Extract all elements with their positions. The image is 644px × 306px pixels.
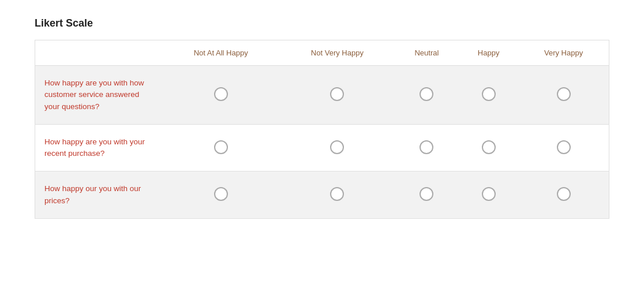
radio-not-very-happy-row0[interactable] — [330, 87, 344, 101]
question-cell-0: How happy are you with how customer serv… — [35, 66, 162, 125]
table-row: How happy are you with how customer serv… — [35, 66, 609, 125]
radio-cell-row2-not-very-happy — [280, 171, 395, 219]
radio-neutral-row1[interactable] — [420, 140, 433, 154]
radio-cell-row1-neutral — [395, 124, 459, 171]
radio-neutral-row2[interactable] — [420, 187, 433, 201]
col-not-very-happy-header: Not Very Happy — [280, 40, 395, 66]
radio-happy-row0[interactable] — [482, 87, 496, 101]
radio-very-happy-row1[interactable] — [557, 140, 571, 154]
radio-cell-row2-not-at-all-happy — [162, 171, 280, 219]
radio-cell-row1-happy — [459, 124, 518, 171]
page-title: Likert Scale — [35, 17, 609, 29]
radio-cell-row2-very-happy — [518, 171, 609, 219]
radio-cell-row2-neutral — [395, 171, 459, 219]
radio-cell-row1-not-at-all-happy — [162, 124, 280, 171]
radio-not-at-all-happy-row2[interactable] — [214, 187, 228, 201]
col-happy-header: Happy — [459, 40, 518, 66]
radio-neutral-row0[interactable] — [420, 87, 433, 101]
radio-cell-row0-very-happy — [518, 66, 609, 125]
radio-cell-row0-not-very-happy — [280, 66, 395, 125]
radio-cell-row0-neutral — [395, 66, 459, 125]
table-row: How happy our you with our prices? — [35, 171, 609, 219]
radio-not-at-all-happy-row1[interactable] — [214, 140, 228, 154]
question-cell-2: How happy our you with our prices? — [35, 171, 162, 219]
radio-cell-row1-very-happy — [518, 124, 609, 171]
col-neutral-header: Neutral — [395, 40, 459, 66]
radio-not-very-happy-row2[interactable] — [330, 187, 344, 201]
radio-cell-row0-not-at-all-happy — [162, 66, 280, 125]
radio-happy-row2[interactable] — [482, 187, 496, 201]
likert-scale-table: Not At All Happy Not Very Happy Neutral … — [35, 40, 609, 219]
col-very-happy-header: Very Happy — [518, 40, 609, 66]
radio-not-very-happy-row1[interactable] — [330, 140, 344, 154]
table-row: How happy are you with your recent purch… — [35, 124, 609, 171]
radio-cell-row1-not-very-happy — [280, 124, 395, 171]
radio-happy-row1[interactable] — [482, 140, 496, 154]
col-not-at-all-happy-header: Not At All Happy — [162, 40, 280, 66]
radio-very-happy-row0[interactable] — [557, 87, 571, 101]
radio-not-at-all-happy-row0[interactable] — [214, 87, 228, 101]
table-header-row: Not At All Happy Not Very Happy Neutral … — [35, 40, 609, 66]
question-cell-1: How happy are you with your recent purch… — [35, 124, 162, 171]
col-question-header — [35, 40, 162, 66]
radio-cell-row2-happy — [459, 171, 518, 219]
radio-cell-row0-happy — [459, 66, 518, 125]
radio-very-happy-row2[interactable] — [557, 187, 571, 201]
